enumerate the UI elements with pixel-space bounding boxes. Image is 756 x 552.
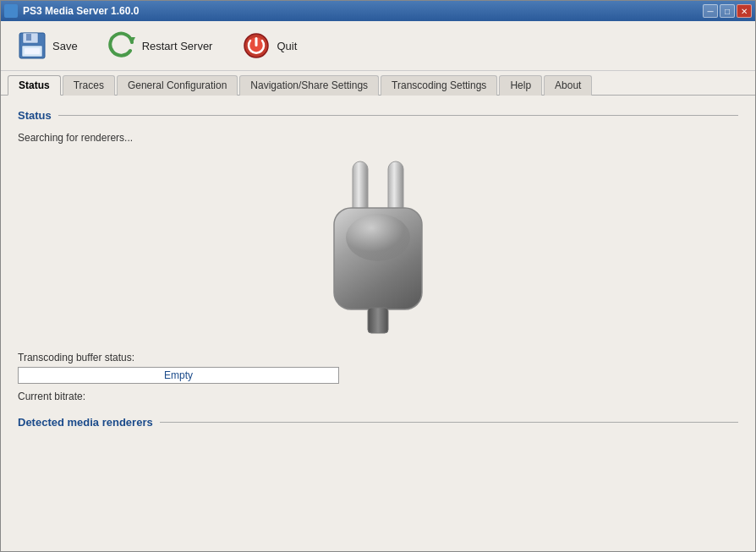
detected-divider xyxy=(160,422,738,423)
restart-label: Restart Server xyxy=(142,40,213,52)
status-section: Status Searching for renderers... xyxy=(1,96,755,452)
buffer-section: Transcoding buffer status: Empty Current… xyxy=(18,352,738,402)
status-title: Status xyxy=(18,109,52,122)
quit-button[interactable]: Quit xyxy=(233,26,304,65)
buffer-bar: Empty xyxy=(18,367,339,384)
tab-general[interactable]: General Configuration xyxy=(117,75,238,96)
save-label: Save xyxy=(52,40,78,52)
detected-title: Detected media renderers xyxy=(18,416,153,429)
tab-status[interactable]: Status xyxy=(8,75,61,96)
maximize-button[interactable]: □ xyxy=(720,4,735,18)
buffer-label: Transcoding buffer status: xyxy=(18,352,738,363)
app-icon xyxy=(4,4,18,18)
detected-section: Detected media renderers xyxy=(18,416,738,429)
tab-bar: Status Traces General Configuration Navi… xyxy=(1,71,755,96)
window-title: PS3 Media Server 1.60.0 xyxy=(23,5,139,17)
status-divider xyxy=(58,115,738,116)
detected-header: Detected media renderers xyxy=(18,416,738,429)
tab-help[interactable]: Help xyxy=(499,75,542,96)
tab-navigation[interactable]: Navigation/Share Settings xyxy=(239,75,379,96)
svg-rect-4 xyxy=(25,48,40,54)
svg-rect-8 xyxy=(255,37,258,46)
searching-text: Searching for renderers... xyxy=(18,132,738,144)
title-bar: PS3 Media Server 1.60.0 ─ □ ✕ xyxy=(1,1,755,21)
minimize-button[interactable]: ─ xyxy=(703,4,718,18)
window-controls: ─ □ ✕ xyxy=(703,4,752,18)
save-button[interactable]: Save xyxy=(9,26,85,65)
tab-transcoding[interactable]: Transcoding Settings xyxy=(381,75,497,96)
bitrate-label: Current bitrate: xyxy=(18,391,738,402)
tab-about[interactable]: About xyxy=(544,75,592,96)
restart-button[interactable]: Restart Server xyxy=(99,26,221,65)
tab-traces[interactable]: Traces xyxy=(63,75,115,96)
svg-point-12 xyxy=(346,214,410,261)
svg-rect-2 xyxy=(26,34,31,41)
save-icon xyxy=(17,30,47,61)
restart-icon xyxy=(107,30,137,61)
main-window: PS3 Media Server 1.60.0 ─ □ ✕ Save xyxy=(0,0,756,552)
quit-label: Quit xyxy=(277,40,297,52)
svg-rect-13 xyxy=(368,308,388,333)
svg-marker-5 xyxy=(129,37,135,44)
status-header: Status xyxy=(18,109,738,122)
plug-illustration xyxy=(18,157,738,335)
close-button[interactable]: ✕ xyxy=(737,4,752,18)
buffer-value: Empty xyxy=(164,369,193,381)
quit-icon xyxy=(241,30,271,61)
toolbar: Save Restart Server xyxy=(1,21,755,71)
content-area: Status Searching for renderers... xyxy=(1,96,755,551)
